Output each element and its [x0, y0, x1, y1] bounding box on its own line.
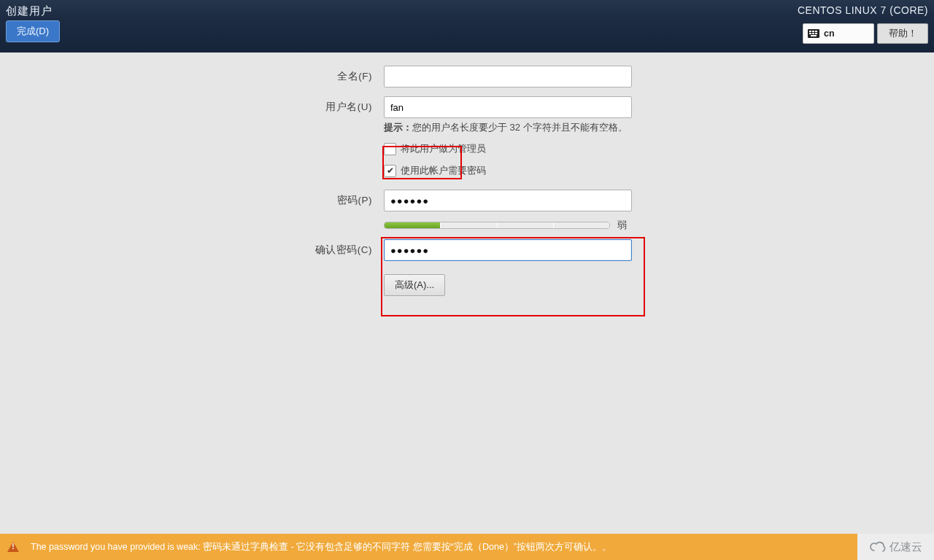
password-strength-label: 弱	[617, 219, 627, 232]
os-version-label: CENTOS LINUX 7 (CORE)	[798, 4, 928, 16]
footer: The password you have provided is weak: …	[0, 534, 934, 560]
help-button[interactable]: 帮助！	[877, 23, 928, 44]
keyboard-layout-selector[interactable]: cn	[803, 23, 874, 44]
keyboard-icon	[808, 29, 819, 38]
fullname-input[interactable]	[384, 66, 632, 88]
admin-checkbox-label: 将此用户做为管理员	[401, 142, 486, 155]
warning-bar: The password you have provided is weak: …	[0, 534, 857, 560]
advanced-button[interactable]: 高级(A)...	[384, 274, 445, 296]
require-password-label: 使用此帐户需要密码	[401, 164, 486, 177]
password-strength-meter: 弱	[384, 219, 632, 232]
password-input[interactable]	[384, 190, 632, 211]
brand-text: 亿速云	[889, 540, 922, 554]
confirm-password-input[interactable]	[384, 239, 632, 261]
username-input[interactable]	[384, 96, 632, 118]
require-password-checkbox[interactable]	[384, 165, 396, 177]
username-hint: 提示：您的用户名长度要少于 32 个字符并且不能有空格。	[384, 121, 676, 134]
brand-watermark: 亿速云	[857, 534, 934, 560]
page-title: 创建用户	[6, 4, 53, 18]
content-area: 全名(F) 用户名(U) 提示：您的用户名长度要少于 32 个字符并且不能有空格…	[0, 52, 934, 534]
admin-checkbox[interactable]	[384, 143, 396, 155]
warning-text: The password you have provided is weak: …	[31, 541, 611, 553]
fullname-label: 全名(F)	[0, 70, 384, 83]
warning-icon	[7, 542, 19, 552]
password-label: 密码(P)	[0, 194, 384, 207]
done-button[interactable]: 完成(D)	[6, 20, 60, 42]
create-user-form: 全名(F) 用户名(U) 提示：您的用户名长度要少于 32 个字符并且不能有空格…	[0, 66, 934, 305]
cloud-icon	[869, 541, 887, 553]
keyboard-layout-value: cn	[824, 28, 835, 39]
username-label: 用户名(U)	[0, 101, 384, 114]
header: 创建用户 完成(D) CENTOS LINUX 7 (CORE) cn 帮助！	[0, 0, 934, 52]
confirm-password-label: 确认密码(C)	[0, 244, 384, 257]
